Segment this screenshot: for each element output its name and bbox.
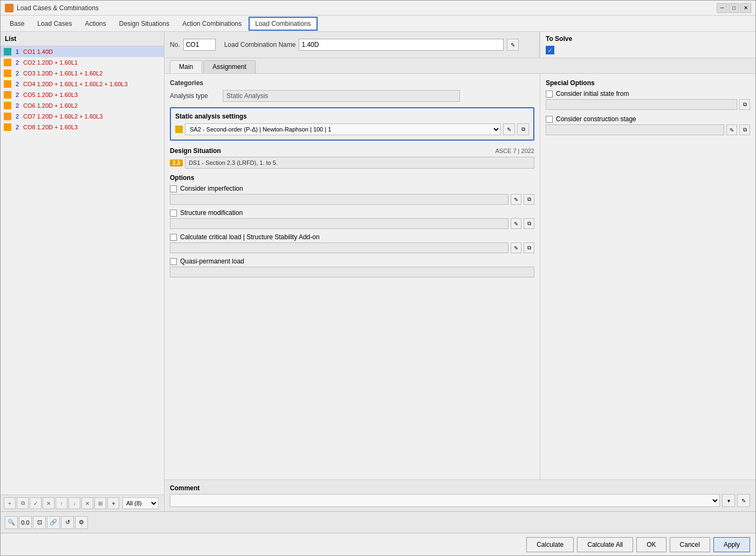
- menu-item-actions[interactable]: Actions: [79, 17, 112, 30]
- bt-undo-btn[interactable]: ↺: [61, 516, 74, 529]
- option1-input-row: ✎ ⧉: [170, 194, 534, 205]
- bt-coord-btn[interactable]: 0.0: [19, 516, 32, 529]
- option3-checkbox[interactable]: [170, 234, 177, 241]
- minimize-button[interactable]: ─: [717, 3, 727, 13]
- list-item[interactable]: 2 CO4 1.20D + 1.60L1 + 1.60L2 + 1.60L3: [1, 79, 164, 89]
- option1-label: Consider imperfection: [180, 185, 243, 192]
- menu-item-load-cases[interactable]: Load Cases: [31, 17, 78, 30]
- cancel-button[interactable]: Cancel: [670, 537, 710, 552]
- up-button[interactable]: ↑: [56, 497, 67, 509]
- spec1-checkbox[interactable]: [546, 91, 553, 98]
- list-item[interactable]: 2 CO7 1.20D + 1.60L2 + 1.60L3: [1, 111, 164, 122]
- no-input[interactable]: [183, 39, 216, 51]
- view-button[interactable]: ⊞: [94, 497, 106, 509]
- name-label: Load Combination Name: [224, 41, 296, 48]
- option4-label: Quasi-permanent load: [180, 258, 244, 265]
- analysis-type-row: Analysis type Static Analysis: [170, 90, 534, 102]
- spec2-input-row: ✎ ⧉: [546, 124, 750, 135]
- maximize-button[interactable]: □: [728, 3, 739, 13]
- item-color-indicator: [4, 48, 11, 55]
- menu-item-base[interactable]: Base: [4, 17, 30, 30]
- list-item[interactable]: 2 CO8 1.20D + 1.60L3: [1, 122, 164, 133]
- settings-edit-button[interactable]: ✎: [503, 123, 515, 135]
- expand-button[interactable]: ▾: [107, 497, 119, 509]
- option2-edit-btn[interactable]: ✎: [511, 218, 521, 229]
- list-item[interactable]: 2 CO2 1.20D + 1.60L1: [1, 57, 164, 68]
- main-area: No. Load Combination Name ✎ To Solve ✓ M: [164, 32, 755, 511]
- delete-button[interactable]: ✕: [81, 497, 93, 509]
- tab-main[interactable]: Main: [170, 60, 202, 73]
- option1-copy-btn[interactable]: ⧉: [524, 194, 534, 205]
- edit-name-button[interactable]: ✎: [507, 39, 519, 51]
- option3-edit-btn[interactable]: ✎: [511, 242, 521, 253]
- spec2-edit-btn[interactable]: ✎: [726, 124, 737, 135]
- option1-checkbox[interactable]: [170, 185, 177, 192]
- main-window: Load Cases & Combinations ─ □ ✕ Base Loa…: [0, 0, 756, 556]
- uncheck-button[interactable]: ✕: [43, 497, 54, 509]
- tab-assignment[interactable]: Assignment: [203, 60, 256, 73]
- item-label: CO2 1.20D + 1.60L1: [23, 59, 78, 66]
- ds-value: DS1 - Section 2.3 (LRFD), 1. to 5.: [185, 157, 534, 169]
- option-row-4: Quasi-permanent load: [170, 258, 534, 277]
- bt-settings-btn[interactable]: ⚙: [75, 516, 88, 529]
- option4-checkbox[interactable]: [170, 258, 177, 265]
- filter-select[interactable]: All (8): [122, 497, 159, 509]
- name-input[interactable]: [299, 39, 504, 51]
- options-title: Options: [170, 174, 534, 182]
- menu-item-design-situations[interactable]: Design Situations: [113, 17, 175, 30]
- menu-item-action-combinations[interactable]: Action Combinations: [176, 17, 248, 30]
- spec2-label: Consider construction stage: [556, 115, 636, 123]
- option4-input-row: [170, 267, 534, 277]
- left-panel: List 1 CO1 1.40D 2 CO2 1.20D + 1.60L1 2 …: [1, 32, 164, 511]
- apply-button[interactable]: Apply: [713, 537, 750, 552]
- list-item[interactable]: 1 CO1 1.40D: [1, 46, 164, 57]
- item-label: CO7 1.20D + 1.60L2 + 1.60L3: [23, 113, 102, 120]
- comment-dropdown-btn[interactable]: ▾: [722, 494, 735, 507]
- calculate-all-button[interactable]: Calculate All: [577, 537, 633, 552]
- static-settings-box: Static analysis settings SA2 - Second-or…: [170, 107, 534, 141]
- comment-edit-btn[interactable]: ✎: [737, 494, 750, 507]
- spec2-checkbox[interactable]: [546, 116, 553, 123]
- settings-copy-button[interactable]: ⧉: [517, 123, 529, 135]
- list-filter: All (8): [122, 497, 159, 509]
- option3-label: Calculate critical load | Structure Stab…: [180, 233, 320, 241]
- comment-select[interactable]: [170, 494, 720, 507]
- item-number: 2: [13, 59, 21, 66]
- list-item[interactable]: 2 CO5 1.20D + 1.60L3: [1, 89, 164, 100]
- content-area: List 1 CO1 1.40D 2 CO2 1.20D + 1.60L1 2 …: [1, 32, 755, 511]
- design-situation-section: Design Situation ASCE 7 | 2022 2.3 DS1 -…: [170, 147, 534, 169]
- ds-row: 2.3 DS1 - Section 2.3 (LRFD), 1. to 5.: [170, 157, 534, 169]
- down-button[interactable]: ↓: [68, 497, 80, 509]
- option-row-3: Calculate critical load | Structure Stab…: [170, 233, 534, 253]
- item-label: CO6 1.20D + 1.60L2: [23, 102, 78, 109]
- list-item[interactable]: 2 CO6 1.20D + 1.60L2: [1, 100, 164, 111]
- bt-search-btn[interactable]: 🔍: [5, 516, 18, 529]
- option4-field: [170, 267, 534, 277]
- option2-checkbox[interactable]: [170, 210, 177, 217]
- ds-header: Design Situation ASCE 7 | 2022: [170, 147, 534, 155]
- menu-item-load-combinations[interactable]: Load Combinations: [249, 17, 317, 31]
- check-button[interactable]: ✓: [30, 497, 42, 509]
- to-solve-checkbox[interactable]: ✓: [546, 46, 554, 54]
- option2-copy-btn[interactable]: ⧉: [524, 218, 534, 229]
- footer: Calculate Calculate All OK Cancel Apply: [1, 533, 755, 555]
- close-button[interactable]: ✕: [740, 3, 751, 13]
- list-item[interactable]: 2 CO3 1.20D + 1.60L1 + 1.60L2: [1, 68, 164, 79]
- add-button[interactable]: +: [4, 497, 16, 509]
- settings-select[interactable]: SA2 - Second-order (P-Δ) | Newton-Raphso…: [185, 123, 501, 135]
- bt-link-btn[interactable]: 🔗: [47, 516, 60, 529]
- spec2-copy-btn[interactable]: ⧉: [739, 124, 750, 135]
- categories-label: Categories: [170, 79, 534, 87]
- ok-button[interactable]: OK: [636, 537, 666, 552]
- option1-edit-btn[interactable]: ✎: [511, 194, 521, 205]
- title-bar: Load Cases & Combinations ─ □ ✕: [1, 1, 755, 16]
- option3-copy-btn[interactable]: ⧉: [524, 242, 534, 253]
- bt-node-btn[interactable]: ⊡: [33, 516, 46, 529]
- calculate-button[interactable]: Calculate: [526, 537, 574, 552]
- item-label: CO5 1.20D + 1.60L3: [23, 92, 78, 98]
- item-color-indicator: [4, 123, 11, 131]
- special-options: Special Options Consider initial state f…: [546, 79, 750, 135]
- spec1-copy-btn[interactable]: ⧉: [739, 99, 750, 110]
- copy-button[interactable]: ⧉: [17, 497, 29, 509]
- option1-field: [170, 194, 508, 205]
